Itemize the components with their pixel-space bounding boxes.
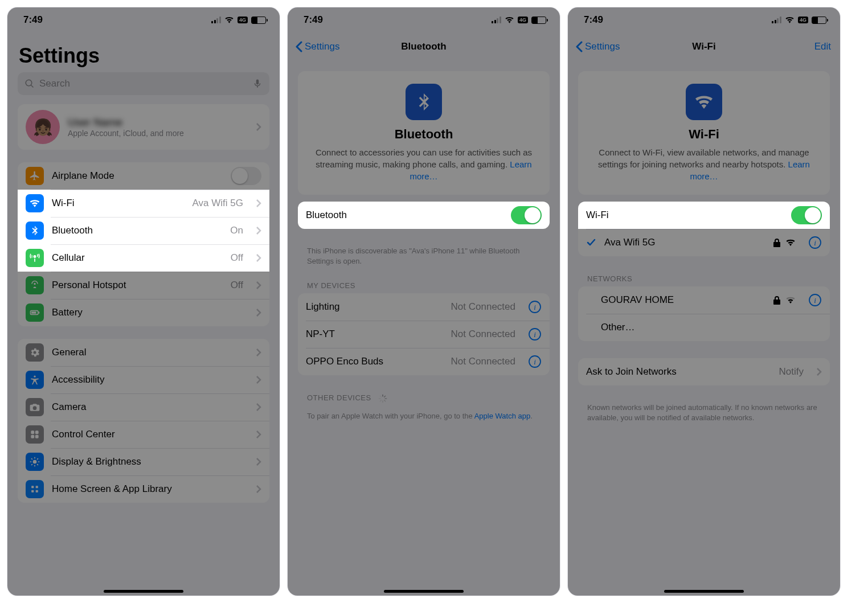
home-indicator[interactable] <box>664 590 744 593</box>
hero-title: Wi-Fi <box>591 127 817 142</box>
svg-rect-6 <box>35 430 39 434</box>
device-row[interactable]: Lighting Not Connected i <box>298 293 550 321</box>
row-label: Other… <box>586 322 822 333</box>
back-label: Settings <box>305 41 339 52</box>
chevron-right-icon <box>256 281 261 290</box>
row-value: Not Connected <box>451 301 515 313</box>
cellular-icon <box>26 249 44 267</box>
row-display[interactable]: Display & Brightness <box>18 448 269 475</box>
row-accessibility[interactable]: Accessibility <box>18 366 269 393</box>
row-bluetooth[interactable]: Bluetooth On <box>18 217 269 244</box>
nav-title: Bluetooth <box>401 41 446 52</box>
row-cellular[interactable]: Cellular Off <box>18 244 269 272</box>
status-bar: 7:49 4G <box>7 7 280 32</box>
chevron-right-icon <box>256 348 261 357</box>
svg-text:i: i <box>814 296 816 305</box>
info-icon[interactable]: i <box>528 327 542 341</box>
info-icon[interactable]: i <box>528 300 542 314</box>
info-icon[interactable]: i <box>808 236 822 249</box>
row-general[interactable]: General <box>18 339 269 366</box>
info-icon[interactable]: i <box>808 293 822 307</box>
check-icon <box>586 237 596 248</box>
row-value: Not Connected <box>451 329 515 340</box>
svg-rect-10 <box>31 486 34 488</box>
device-row[interactable]: NP-YT Not Connected i <box>298 321 550 348</box>
row-label: Cellular <box>52 252 223 264</box>
hotspot-icon <box>26 276 44 294</box>
lock-icon <box>773 238 781 247</box>
account-row[interactable]: 👧🏽 User Name Apple Account, iCloud, and … <box>18 104 269 150</box>
wifi-icon <box>785 17 795 23</box>
row-home-screen[interactable]: Home Screen & App Library <box>18 475 269 503</box>
row-airplane[interactable]: Airplane Mode <box>18 162 269 190</box>
svg-rect-11 <box>36 486 38 488</box>
row-control-center[interactable]: Control Center <box>18 421 269 448</box>
account-sub: Apple Account, iCloud, and more <box>68 129 243 138</box>
row-label: Control Center <box>52 429 243 440</box>
wifi-hero-icon <box>686 84 722 120</box>
row-label: Wi-Fi <box>586 210 783 221</box>
svg-rect-13 <box>36 490 38 493</box>
chevron-right-icon <box>256 122 261 132</box>
row-label: Camera <box>52 401 243 413</box>
svg-point-4 <box>34 376 35 378</box>
bluetooth-hero: Bluetooth Connect to accessories you can… <box>298 71 550 195</box>
chevron-right-icon <box>256 375 261 384</box>
airplane-toggle[interactable] <box>231 167 261 185</box>
wifi-toggle-row[interactable]: Wi-Fi <box>578 202 830 229</box>
search-input[interactable]: Search <box>18 72 269 95</box>
row-label: Ava Wifi 5G <box>604 237 765 248</box>
mic-icon[interactable] <box>252 79 263 89</box>
status-time: 7:49 <box>584 14 603 26</box>
info-icon[interactable]: i <box>528 355 542 368</box>
wifi-signal-icon <box>785 239 796 247</box>
home-indicator[interactable] <box>104 590 183 593</box>
row-hotspot[interactable]: Personal Hotspot Off <box>18 272 269 299</box>
chevron-left-icon <box>575 41 583 52</box>
status-time: 7:49 <box>23 14 43 26</box>
svg-rect-12 <box>31 490 34 493</box>
back-button[interactable]: Settings <box>575 41 620 52</box>
chevron-right-icon <box>256 226 261 235</box>
svg-rect-7 <box>31 435 34 438</box>
wifi-hero: Wi-Fi Connect to Wi-Fi, view available n… <box>578 71 830 195</box>
connected-network-row[interactable]: Ava Wifi 5G i <box>578 229 830 256</box>
wifi-toggle[interactable] <box>791 206 822 224</box>
chevron-right-icon <box>256 403 261 412</box>
accessibility-icon <box>26 371 44 389</box>
svg-point-9 <box>33 460 37 464</box>
networks-header: Networks <box>568 269 840 286</box>
home-indicator[interactable] <box>384 590 464 593</box>
network-row[interactable]: GOURAV HOME i <box>578 286 830 314</box>
row-battery[interactable]: Battery <box>18 299 269 326</box>
svg-line-27 <box>380 396 381 397</box>
row-label: Display & Brightness <box>52 456 243 467</box>
row-value: On <box>230 225 243 236</box>
device-row[interactable]: OPPO Enco Buds Not Connected i <box>298 348 550 375</box>
avatar: 👧🏽 <box>26 110 60 144</box>
row-camera[interactable]: Camera <box>18 393 269 421</box>
nav-bar: Settings Bluetooth <box>288 32 560 61</box>
battery-icon <box>531 17 546 24</box>
apple-watch-link[interactable]: Apple Watch app <box>474 412 531 420</box>
row-label: Airplane Mode <box>52 170 223 182</box>
bluetooth-toggle-row[interactable]: Bluetooth <box>298 202 550 229</box>
airplane-icon <box>26 167 44 185</box>
battery-icon <box>26 303 44 322</box>
row-label: General <box>52 347 243 358</box>
page-title: Settings <box>7 32 280 72</box>
search-icon <box>24 79 35 89</box>
pair-note: To pair an Apple Watch with your iPhone,… <box>288 407 560 430</box>
other-network-row[interactable]: Other… <box>578 314 830 341</box>
cell-signal-icon <box>772 17 781 23</box>
spinner-icon <box>378 394 387 403</box>
back-button[interactable]: Settings <box>294 41 339 52</box>
display-icon <box>26 453 44 471</box>
wifi-signal-icon <box>785 296 796 304</box>
edit-button[interactable]: Edit <box>814 41 831 52</box>
bluetooth-icon <box>26 221 44 240</box>
ask-to-join-row[interactable]: Ask to Join Networks Notify <box>578 358 830 385</box>
bluetooth-toggle[interactable] <box>511 206 542 224</box>
row-wifi[interactable]: Wi-Fi Ava Wifi 5G <box>18 190 269 217</box>
row-label: Ask to Join Networks <box>586 366 771 378</box>
